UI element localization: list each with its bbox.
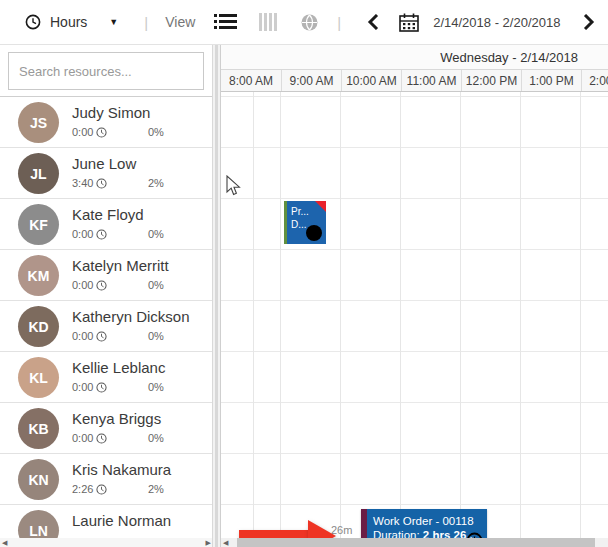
time-slot-label: 9:00 AM [289,74,333,88]
time-slot-label: 8:00 AM [229,74,273,88]
resource-hours: 3:40 [72,177,93,189]
clock-icon [96,280,107,291]
resource-hours: 0:00 [72,330,93,342]
resource-percent: 0% [148,279,164,291]
resource-percent: 0% [148,228,164,240]
resource-row[interactable]: KM Katelyn Merritt 0:00 0% [0,250,212,301]
avatar: KF [18,204,59,245]
resource-name: Kate Floyd [72,206,144,223]
resource-stats: 2:26 2% [72,483,202,495]
column-view-icon[interactable] [259,13,278,31]
date-range-label[interactable]: 2/14/2018 - 2/20/2018 [433,15,560,30]
chevron-down-icon[interactable]: ▼ [109,17,118,27]
scroll-left-icon[interactable]: ◀ [223,538,228,547]
avatar: KN [18,459,59,500]
resource-percent: 2% [148,483,164,495]
resource-row[interactable]: KF Kate Floyd 0:00 0% [0,199,212,250]
resource-row[interactable]: JS Judy Simon 0:00 0% [0,97,212,148]
booking-alert-corner [315,201,326,212]
time-header: 8:00 AM 9:00 AM 10:00 AM 11:00 AM 12:00 … [221,70,608,92]
booking-block[interactable]: Pr... D... [284,201,326,244]
toolbar-separator: | [144,14,148,31]
resource-percent: 0% [148,330,164,342]
grid-horizontal-scrollbar[interactable]: ◀ [221,538,608,547]
view-label: View [165,14,195,30]
resource-hours: 2:26 [72,483,93,495]
avatar: KB [18,408,59,449]
time-slot-header: 9:00 AM [281,70,341,91]
tooltip-title: Work Order - 00118 [373,515,483,527]
toolbar: Hours ▼ | View | [0,0,608,45]
scale-mode-label[interactable]: Hours [50,14,87,30]
clock-icon [96,382,107,393]
search-wrap [0,45,212,96]
resource-hours: 0:00 [72,126,93,138]
horizontal-scroll-thumb[interactable] [237,538,595,547]
scroll-right-icon[interactable]: ▶ [206,538,211,547]
vertical-scroll-thumb[interactable] [215,45,218,547]
search-resources-input[interactable] [8,52,204,90]
scroll-left-icon[interactable]: ◀ [2,538,7,547]
panel-horizontal-scrollbar[interactable]: ◀ ▶ [0,538,213,547]
resource-percent: 0% [148,126,164,138]
clock-icon [96,229,107,240]
clock-icon [96,331,107,342]
avatar: KM [18,255,59,296]
time-slot-header: 10:00 AM [341,70,401,91]
resource-stats: 3:40 2% [72,177,202,189]
resource-stats: 0:00 0% [72,381,202,393]
list-view-icon[interactable] [214,13,237,31]
resource-list: JS Judy Simon 0:00 0% JL June Low 3:40 2… [0,96,212,547]
booking-left-edge [284,201,287,244]
avatar: JS [18,102,59,143]
clock-icon [96,127,107,138]
resource-stats: 0:00 0% [72,126,202,138]
clock-icon [96,484,107,495]
time-slot-header: 2:00 PM [581,70,608,91]
toolbar-separator: | [337,14,341,31]
schedule-grid-body[interactable]: Pr... D... 26m Work Order - 00118 Durati… [221,92,608,538]
map-view-icon[interactable] [301,14,318,31]
time-slot-header: 12:00 PM [461,70,521,91]
resource-hours: 0:00 [72,381,93,393]
day-header: Wednesday - 2/14/2018 [221,45,608,70]
mouse-cursor [226,175,241,197]
resource-row[interactable]: JL June Low 3:40 2% [0,148,212,199]
calendar-icon[interactable] [399,13,419,32]
resource-stats: 0:00 0% [72,279,202,291]
booking-status-dot [306,225,322,241]
resource-name: Kellie Leblanc [72,359,165,376]
resource-stats: 0:00 0% [72,432,202,444]
resource-name: Kenya Briggs [72,410,161,427]
resource-row[interactable]: KL Kellie Leblanc 0:00 0% [0,352,212,403]
resource-percent: 0% [148,381,164,393]
avatar: KL [18,357,59,398]
board-vertical-scrollbar[interactable] [213,45,220,547]
resource-row[interactable]: KN Kris Nakamura 2:26 2% [0,454,212,505]
time-slot-header: 8:00 AM [221,70,281,91]
chevron-left-icon[interactable] [367,14,379,30]
time-slot-label: 11:00 AM [407,74,457,88]
resource-row[interactable]: KD Katheryn Dickson 0:00 0% [0,301,212,352]
time-slot-label: 2:00 PM [589,74,608,88]
resource-hours: 0:00 [72,228,93,240]
resource-stats: 0:00 0% [72,228,202,240]
resource-hours: 0:00 [72,279,93,291]
clock-icon [96,433,107,444]
resource-panel: JS Judy Simon 0:00 0% JL June Low 3:40 2… [0,45,213,547]
resource-percent: 2% [148,177,164,189]
resource-name: Laurie Norman [72,512,171,529]
resource-name: Katheryn Dickson [72,308,190,325]
time-slot-label: 10:00 AM [346,74,397,88]
resource-hours: 0:00 [72,432,93,444]
resource-name: Kris Nakamura [72,461,171,478]
time-slot-label: 1:00 PM [529,74,574,88]
schedule-grid: Wednesday - 2/14/2018 8:00 AM 9:00 AM 10… [220,45,608,547]
avatar: JL [18,153,59,194]
time-slot-header: 11:00 AM [401,70,461,91]
resource-name: Judy Simon [72,104,150,121]
avatar: KD [18,306,59,347]
resource-row[interactable]: KB Kenya Briggs 0:00 0% [0,403,212,454]
chevron-right-icon[interactable] [583,14,595,30]
resource-stats: 0:00 0% [72,330,202,342]
